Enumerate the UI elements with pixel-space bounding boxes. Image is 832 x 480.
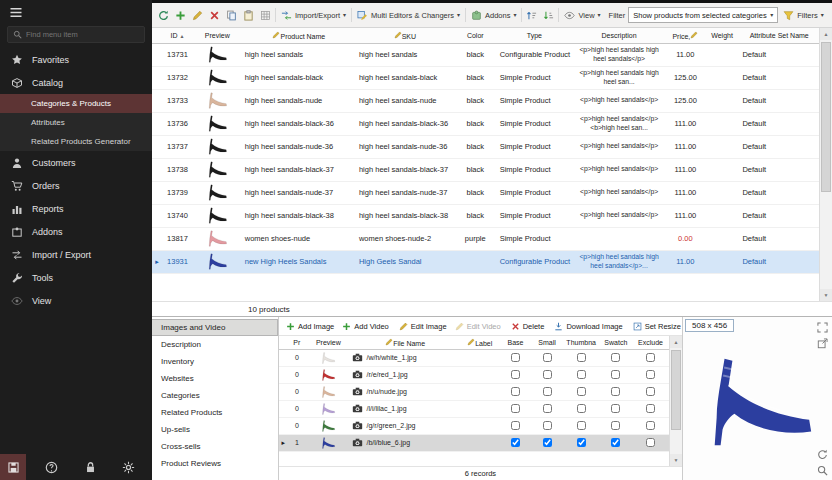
multi-editors-menu[interactable]: Multi Editors & Changers▾	[353, 7, 464, 24]
scroll-up-icon[interactable]: ▲	[670, 336, 682, 348]
scroll-down-icon[interactable]: ▼	[820, 289, 832, 301]
small-checkbox[interactable]	[543, 421, 552, 430]
copy-button[interactable]	[223, 7, 240, 24]
help-button[interactable]	[39, 454, 65, 480]
base-checkbox[interactable]	[511, 353, 520, 362]
detail-column-swatch[interactable]: Swatch	[600, 336, 633, 349]
base-checkbox[interactable]	[511, 404, 520, 413]
swatch-checkbox[interactable]	[611, 387, 620, 396]
sidebar-item-reports[interactable]: Reports	[0, 197, 152, 220]
sidebar-item-import-export[interactable]: Import / Export	[0, 243, 152, 266]
images-scrollbar[interactable]: ▲ ▼	[669, 336, 682, 466]
thumbnail-checkbox[interactable]	[577, 421, 586, 430]
base-checkbox[interactable]	[511, 438, 520, 447]
settings-button[interactable]	[116, 454, 142, 480]
thumbnail-checkbox[interactable]	[577, 404, 586, 413]
sort-down-button[interactable]	[540, 7, 557, 24]
sidebar-item-catalog[interactable]: Catalog	[0, 71, 152, 94]
product-row[interactable]: 13739high heel sandals-nude-37high heel …	[152, 181, 819, 204]
product-row[interactable]: ▸13931new High Heels SandalsHigh Geels S…	[152, 250, 819, 273]
sidebar-item-categories-products[interactable]: Categories & Products	[0, 94, 152, 113]
exclude-checkbox[interactable]	[646, 438, 655, 447]
image-row[interactable]: 0/r/e/red_1.jpg	[279, 366, 669, 383]
small-checkbox[interactable]	[543, 370, 552, 379]
detail-column-base[interactable]: Base	[500, 336, 532, 349]
product-row[interactable]: 13736high heel sandals-black-36high heel…	[152, 112, 819, 135]
scroll-thumb[interactable]	[821, 42, 831, 192]
column-header-preview[interactable]: Preview	[193, 28, 242, 43]
sidebar-search-input[interactable]	[26, 30, 139, 39]
swatch-checkbox[interactable]	[611, 404, 620, 413]
detail-column-label[interactable]: Label	[460, 336, 500, 349]
save-button[interactable]	[0, 454, 26, 480]
scroll-up-icon[interactable]: ▲	[820, 28, 832, 40]
image-row[interactable]: 0/l/i/lilac_1.jpg	[279, 400, 669, 417]
filters-button[interactable]: Filters ▾	[778, 7, 828, 24]
base-checkbox[interactable]	[511, 370, 520, 379]
zoom-button[interactable]	[815, 463, 829, 477]
scroll-thumb[interactable]	[671, 350, 681, 430]
exclude-checkbox[interactable]	[646, 353, 655, 362]
product-row[interactable]: 13740high heel sandals-black-38high heel…	[152, 204, 819, 227]
product-row[interactable]: 13733high heel sandals-nudehigh heel san…	[152, 89, 819, 112]
thumbnail-checkbox[interactable]	[577, 370, 586, 379]
swatch-checkbox[interactable]	[611, 370, 620, 379]
column-header-price[interactable]: Price,	[666, 28, 705, 43]
swatch-checkbox[interactable]	[611, 353, 620, 362]
thumbnail-checkbox[interactable]	[577, 438, 586, 447]
delete-image-button[interactable]: Delete	[507, 318, 549, 334]
fullscreen-button[interactable]	[815, 320, 829, 334]
detail-column-exclude[interactable]: Exclude	[632, 336, 669, 349]
addons-menu[interactable]: Addons▾	[467, 7, 520, 24]
image-row[interactable]: ▸1/b/l/blue_6.jpg	[279, 434, 669, 451]
exclude-checkbox[interactable]	[646, 404, 655, 413]
rotate-button[interactable]	[815, 447, 829, 461]
category-filter-select[interactable]: Show products from selected categories ▾	[628, 7, 778, 23]
products-scrollbar[interactable]: ▲ ▼	[819, 28, 832, 301]
sidebar-item-attributes[interactable]: Attributes	[0, 113, 152, 132]
tab-product-reviews[interactable]: Product Reviews	[152, 455, 278, 472]
detail-column-pr[interactable]: Pr	[287, 336, 306, 349]
scroll-down-icon[interactable]: ▼	[670, 454, 682, 466]
column-header-attribute_set[interactable]: Attribute Set Name	[739, 28, 819, 43]
download-image-button[interactable]: Download Image	[550, 318, 626, 334]
column-header-type[interactable]: Type	[497, 28, 572, 43]
small-checkbox[interactable]	[543, 387, 552, 396]
small-checkbox[interactable]	[543, 404, 552, 413]
base-checkbox[interactable]	[511, 421, 520, 430]
thumbnail-checkbox[interactable]	[577, 387, 586, 396]
import-export-menu[interactable]: Import/Export▾	[277, 7, 350, 24]
view-menu[interactable]: View ▾	[560, 7, 604, 24]
exclude-checkbox[interactable]	[646, 421, 655, 430]
sidebar-item-favorites[interactable]: Favorites	[0, 48, 152, 71]
tab-description[interactable]: Description	[152, 336, 278, 353]
product-row[interactable]: 13732high heel sandals-blackhigh heel sa…	[152, 66, 819, 89]
column-header-sku[interactable]: SKU	[356, 28, 454, 43]
open-image-button[interactable]	[815, 336, 829, 350]
add-video-button[interactable]: Add Video	[338, 318, 392, 334]
columns-button[interactable]	[257, 7, 274, 24]
tab-images-and-video[interactable]: Images and Video	[152, 319, 278, 336]
small-checkbox[interactable]	[543, 438, 552, 447]
tab-cross-sells[interactable]: Cross-sells	[152, 438, 278, 455]
detail-column-file-name[interactable]: File Name	[350, 336, 459, 349]
thumbnail-checkbox[interactable]	[577, 353, 586, 362]
exclude-checkbox[interactable]	[646, 387, 655, 396]
sidebar-item-tools[interactable]: Tools	[0, 266, 152, 289]
delete-button[interactable]	[206, 7, 223, 24]
exclude-checkbox[interactable]	[646, 370, 655, 379]
image-row[interactable]: 0/n/u/nude.jpg	[279, 383, 669, 400]
paste-button[interactable]	[240, 7, 257, 24]
sidebar-item-view[interactable]: View	[0, 289, 152, 312]
sidebar-item-orders[interactable]: Orders	[0, 174, 152, 197]
swatch-checkbox[interactable]	[611, 438, 620, 447]
sidebar-item-addons[interactable]: Addons	[0, 220, 152, 243]
column-header-name[interactable]: Product Name	[242, 28, 356, 43]
tab-categories[interactable]: Categories	[152, 387, 278, 404]
product-row[interactable]: 13731high heel sandalshigh heel sandalsb…	[152, 43, 819, 66]
sidebar-item-customers[interactable]: Customers	[0, 151, 152, 174]
add-image-button[interactable]: Add Image	[282, 318, 338, 334]
base-checkbox[interactable]	[511, 387, 520, 396]
set-resize-rule-button[interactable]: Set Resize Rule	[629, 318, 682, 334]
tab-inventory[interactable]: Inventory	[152, 353, 278, 370]
